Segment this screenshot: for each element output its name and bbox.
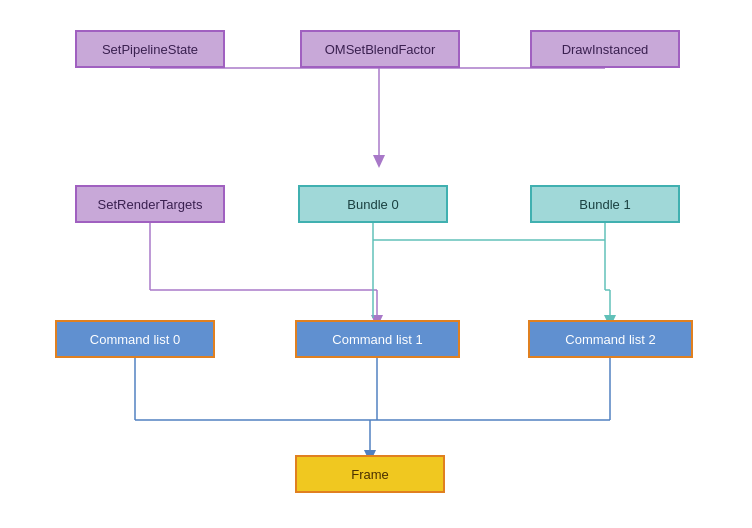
cmd-list2-label: Command list 2 (565, 332, 655, 347)
bundle1-label: Bundle 1 (579, 197, 630, 212)
set-render-targets-label: SetRenderTargets (98, 197, 203, 212)
set-render-targets-node: SetRenderTargets (75, 185, 225, 223)
diagram: SetPipelineState OMSetBlendFactor DrawIn… (0, 0, 752, 528)
bundle0-node: Bundle 0 (298, 185, 448, 223)
cmd-list1-label: Command list 1 (332, 332, 422, 347)
bundle1-node: Bundle 1 (530, 185, 680, 223)
set-pipeline-state-node: SetPipelineState (75, 30, 225, 68)
arrows-layer (0, 0, 752, 528)
cmd-list0-label: Command list 0 (90, 332, 180, 347)
frame-node: Frame (295, 455, 445, 493)
frame-label: Frame (351, 467, 389, 482)
cmd-list0-node: Command list 0 (55, 320, 215, 358)
bundle0-label: Bundle 0 (347, 197, 398, 212)
svg-marker-2 (373, 155, 385, 168)
set-pipeline-state-label: SetPipelineState (102, 42, 198, 57)
om-set-blend-label: OMSetBlendFactor (325, 42, 436, 57)
om-set-blend-factor-node: OMSetBlendFactor (300, 30, 460, 68)
draw-instanced-node: DrawInstanced (530, 30, 680, 68)
cmd-list2-node: Command list 2 (528, 320, 693, 358)
draw-instanced-label: DrawInstanced (562, 42, 649, 57)
cmd-list1-node: Command list 1 (295, 320, 460, 358)
